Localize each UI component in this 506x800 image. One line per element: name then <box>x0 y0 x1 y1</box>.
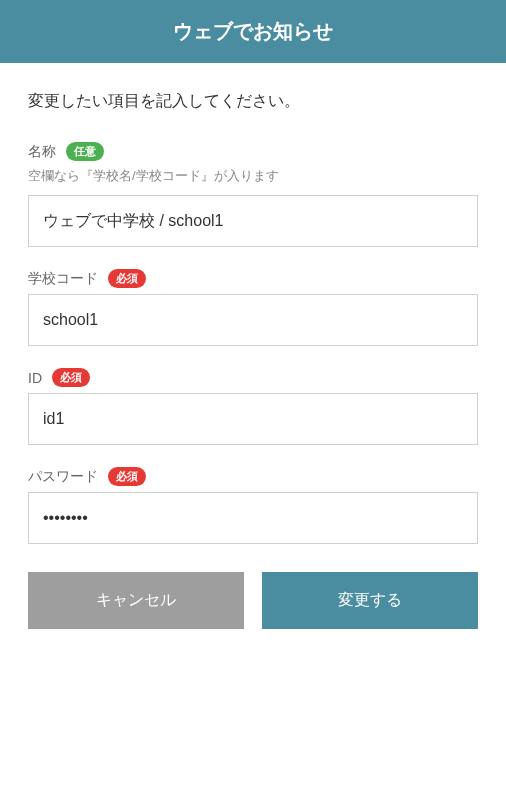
label-school-code: 学校コード <box>28 270 98 288</box>
button-row: キャンセル 変更する <box>28 572 478 629</box>
app-header: ウェブでお知らせ <box>0 0 506 63</box>
name-input[interactable] <box>28 195 478 247</box>
id-input[interactable] <box>28 393 478 445</box>
label-row-school-code: 学校コード 必須 <box>28 269 478 288</box>
hint-name: 空欄なら『学校名/学校コード』が入ります <box>28 167 478 185</box>
school-code-input[interactable] <box>28 294 478 346</box>
submit-button[interactable]: 変更する <box>262 572 478 629</box>
page-title: ウェブでお知らせ <box>173 20 333 42</box>
field-password: パスワード 必須 <box>28 467 478 544</box>
field-id: ID 必須 <box>28 368 478 445</box>
label-row-name: 名称 任意 <box>28 142 478 161</box>
badge-required: 必須 <box>108 269 146 288</box>
instruction-text: 変更したい項目を記入してください。 <box>28 91 478 112</box>
label-password: パスワード <box>28 468 98 486</box>
cancel-button[interactable]: キャンセル <box>28 572 244 629</box>
password-input[interactable] <box>28 492 478 544</box>
form-content: 変更したい項目を記入してください。 名称 任意 空欄なら『学校名/学校コード』が… <box>0 63 506 629</box>
badge-optional: 任意 <box>66 142 104 161</box>
label-name: 名称 <box>28 143 56 161</box>
badge-required: 必須 <box>108 467 146 486</box>
field-school-code: 学校コード 必須 <box>28 269 478 346</box>
field-name: 名称 任意 空欄なら『学校名/学校コード』が入ります <box>28 142 478 247</box>
label-row-password: パスワード 必須 <box>28 467 478 486</box>
badge-required: 必須 <box>52 368 90 387</box>
label-row-id: ID 必須 <box>28 368 478 387</box>
label-id: ID <box>28 370 42 386</box>
